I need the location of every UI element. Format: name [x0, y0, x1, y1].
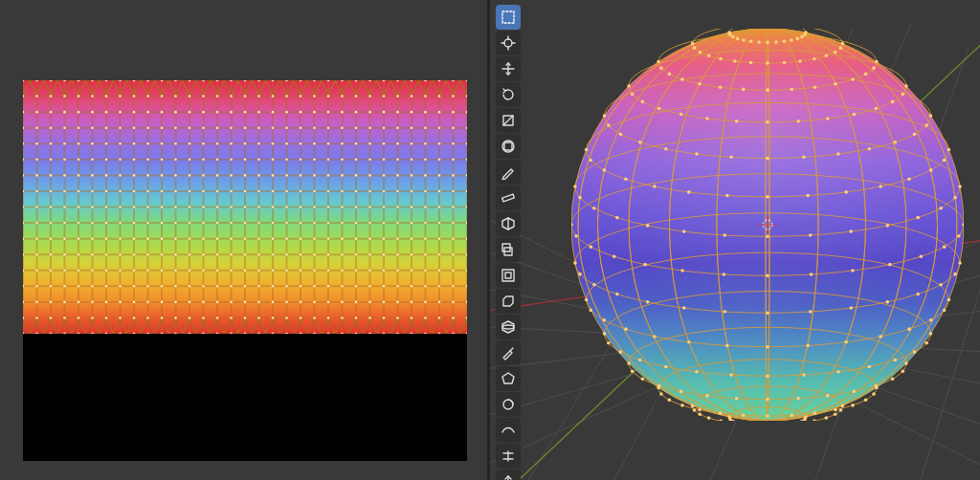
svg-point-264 — [244, 174, 247, 177]
scale-tool[interactable] — [496, 108, 521, 133]
rotate-tool[interactable] — [496, 82, 521, 107]
svg-point-331 — [257, 206, 260, 208]
svg-point-174 — [368, 126, 371, 129]
svg-point-779 — [809, 233, 813, 237]
smooth-tool[interactable] — [496, 418, 521, 443]
svg-point-170 — [313, 126, 316, 129]
move-tool[interactable] — [496, 56, 521, 81]
svg-point-838 — [766, 374, 769, 378]
svg-point-268 — [300, 174, 302, 177]
svg-point-560 — [230, 316, 233, 319]
svg-point-807 — [723, 310, 726, 314]
loop-cut-tool[interactable] — [496, 315, 521, 339]
poly-build-tool[interactable] — [496, 366, 521, 391]
svg-point-223 — [133, 159, 136, 162]
svg-point-797 — [919, 254, 923, 258]
svg-point-384 — [78, 237, 80, 240]
svg-point-397 — [257, 237, 260, 240]
annotate-tool[interactable] — [496, 160, 521, 185]
svg-point-371 — [355, 222, 358, 225]
svg-point-243 — [411, 159, 413, 162]
inset-tool[interactable] — [496, 263, 521, 288]
svg-point-495 — [244, 285, 247, 288]
svg-point-432 — [285, 253, 288, 256]
spin-tool[interactable] — [496, 392, 521, 417]
svg-point-373 — [383, 222, 386, 225]
edge-slide-tool[interactable] — [496, 444, 521, 469]
svg-point-705 — [798, 59, 802, 63]
svg-point-429 — [244, 253, 247, 256]
svg-point-437 — [355, 253, 358, 256]
svg-point-468 — [327, 269, 330, 272]
svg-point-700 — [719, 57, 723, 61]
svg-point-96 — [202, 95, 205, 98]
select-box-tool[interactable] — [496, 5, 521, 30]
svg-point-127 — [174, 111, 177, 114]
shrink-fatten-tool[interactable] — [496, 469, 521, 480]
svg-point-365 — [272, 222, 275, 225]
svg-point-277 — [424, 174, 427, 177]
cursor-tool[interactable] — [496, 31, 521, 55]
svg-point-213 — [452, 142, 455, 145]
svg-point-238 — [341, 159, 344, 162]
uv-sphere-object[interactable] — [571, 29, 964, 421]
svg-point-322 — [133, 206, 136, 208]
svg-point-337 — [341, 206, 344, 208]
svg-point-332 — [272, 206, 275, 208]
svg-line-644 — [510, 348, 513, 351]
svg-point-821 — [687, 340, 691, 344]
svg-point-249 — [35, 174, 38, 177]
svg-point-794 — [810, 273, 813, 276]
svg-point-501 — [327, 285, 330, 288]
measure-tool[interactable] — [496, 185, 521, 210]
svg-point-138 — [327, 111, 330, 114]
svg-point-428 — [230, 253, 233, 256]
svg-point-95 — [189, 95, 191, 98]
knife-tool[interactable] — [496, 340, 521, 365]
svg-point-199 — [257, 142, 260, 145]
svg-point-684 — [736, 37, 740, 41]
svg-point-699 — [707, 55, 711, 58]
bevel-tool[interactable] — [496, 289, 521, 314]
svg-point-698 — [699, 51, 702, 55]
svg-point-890 — [841, 404, 845, 408]
svg-point-195 — [202, 142, 205, 145]
transform-tool[interactable] — [496, 134, 521, 159]
svg-point-167 — [272, 126, 275, 129]
svg-point-848 — [641, 378, 645, 382]
svg-point-717 — [742, 88, 746, 92]
svg-point-502 — [341, 285, 344, 288]
svg-point-398 — [272, 237, 275, 240]
svg-point-713 — [668, 73, 672, 76]
svg-point-222 — [119, 159, 122, 162]
svg-point-754 — [924, 123, 928, 127]
svg-point-851 — [705, 394, 709, 398]
viewport-3d[interactable] — [490, 0, 980, 480]
sphere-surface — [571, 29, 964, 421]
svg-point-549 — [78, 316, 80, 319]
svg-point-472 — [383, 269, 386, 272]
svg-point-185 — [63, 142, 66, 145]
svg-point-152 — [63, 126, 66, 129]
svg-point-306 — [368, 190, 371, 193]
uv-editor[interactable] — [0, 0, 487, 480]
svg-point-762 — [725, 194, 729, 198]
svg-point-815 — [958, 261, 962, 265]
svg-point-879 — [707, 416, 711, 420]
extrude-tool[interactable] — [496, 237, 521, 262]
svg-point-113 — [438, 95, 441, 98]
add-cube-tool[interactable] — [496, 211, 521, 236]
svg-point-316 — [50, 206, 53, 208]
svg-point-767 — [907, 177, 911, 181]
svg-point-481 — [50, 285, 53, 288]
svg-point-514 — [50, 301, 53, 304]
svg-point-273 — [368, 174, 371, 177]
svg-point-225 — [161, 159, 164, 162]
uv-canvas[interactable] — [23, 80, 467, 461]
svg-point-259 — [174, 174, 177, 177]
svg-point-460 — [216, 269, 219, 272]
svg-point-757 — [590, 159, 593, 163]
svg-point-529 — [257, 301, 260, 304]
svg-point-396 — [244, 237, 247, 240]
svg-point-811 — [886, 300, 890, 304]
